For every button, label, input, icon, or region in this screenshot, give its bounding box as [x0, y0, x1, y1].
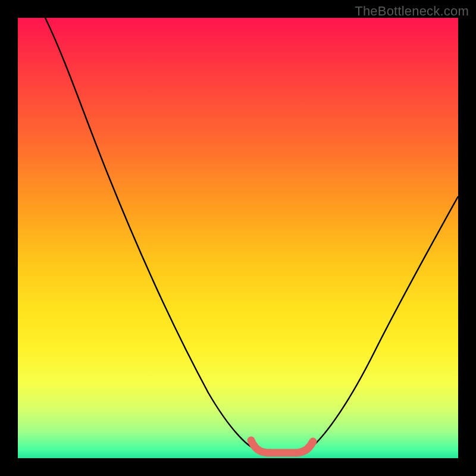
- plot-area: [18, 18, 458, 458]
- curve-left: [45, 18, 256, 449]
- chart-svg: [18, 18, 458, 458]
- curve-right: [309, 196, 458, 449]
- trough-highlight: [251, 440, 313, 453]
- chart-frame: TheBottleneck.com: [0, 0, 476, 476]
- watermark-label: TheBottleneck.com: [355, 4, 469, 19]
